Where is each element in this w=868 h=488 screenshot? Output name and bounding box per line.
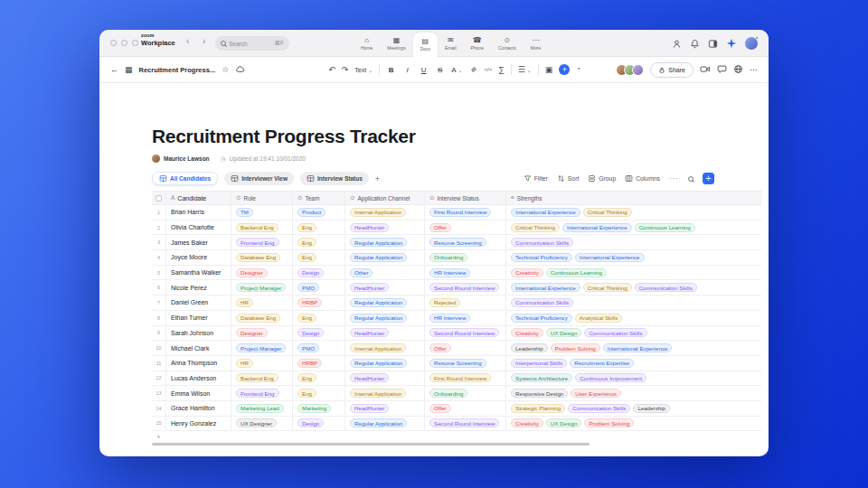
tag-continuous-improvement[interactable]: Continuous Improvement [575,373,646,382]
view-tab-interview-status[interactable]: Interview Status [300,172,369,185]
application-channel-cell[interactable]: HeadHunter [345,401,425,416]
role-cell[interactable]: HR [231,356,293,371]
interview-status-cell[interactable]: First Round Interview [425,205,506,220]
interview-status-cell[interactable]: HR Interview [425,266,506,280]
strengths-cell[interactable]: International ExperienceCritical Thinkin… [506,280,761,295]
globe-icon[interactable] [733,61,743,78]
table-row[interactable]: 12Lucas AndersonBackend EngEngHeadHunter… [152,371,761,387]
tag-first-round-interview[interactable]: First Round Interview [429,208,491,217]
application-channel-cell[interactable]: Regular Application [345,296,425,310]
tag-other[interactable]: Other [350,268,373,277]
candidate-cell[interactable]: Grace Hamilton [166,401,231,416]
tag-project-manager[interactable]: Project Manager [236,283,286,292]
redo-icon[interactable]: ↷ [342,66,349,74]
tag-problem-solving[interactable]: Problem Solving [551,343,600,352]
interview-status-cell[interactable]: First Round Interview [425,371,506,386]
team-cell[interactable]: Eng [293,250,345,265]
candidate-cell[interactable]: Michael Clark [166,341,231,355]
formula-sigma-icon[interactable]: ∑ [498,66,504,74]
add-view-button[interactable]: + [375,174,380,183]
tag-ux-design[interactable]: UX Design [546,418,582,427]
team-cell[interactable]: Eng [293,221,345,235]
strengths-cell[interactable]: Critical ThinkingInternational Experienc… [506,221,761,235]
tag-communication-skills[interactable]: Communication Skills [635,283,697,292]
tag-critical-thinking[interactable]: Critical Thinking [583,208,632,217]
add-record-button[interactable]: + [703,173,714,184]
tag-problem-solving[interactable]: Problem Solving [584,418,634,427]
tag-ux-design[interactable]: UX Design [546,328,582,337]
team-cell[interactable]: Design [293,326,345,341]
tag-second-round-interview[interactable]: Second Round Interview [429,418,499,427]
tag-backend-eng[interactable]: Backend Eng [236,223,278,232]
tag-project-manager[interactable]: Project Manager [236,343,286,352]
tag-regular-application[interactable]: Regular Application [350,359,407,368]
tag-hrbp[interactable]: HRBP [297,298,322,307]
tab-contacts[interactable]: ☺Contacts [491,30,524,57]
strengths-cell[interactable]: Communication Skills [506,296,761,310]
team-cell[interactable]: PMO [293,341,345,355]
application-channel-cell[interactable]: Internal Application [345,205,425,220]
team-cell[interactable]: Eng [293,371,345,386]
tag-communication-skills[interactable]: Communication Skills [584,328,646,337]
role-cell[interactable]: UX Designer [231,417,293,431]
strengths-cell[interactable]: Communication Skills [506,235,761,249]
interview-status-cell[interactable]: Second Round Interview [425,280,506,295]
tag-first-round-interview[interactable]: First Round Interview [429,373,491,382]
tag-eng[interactable]: Eng [297,314,316,323]
select-all-checkbox[interactable] [156,195,162,202]
tag-offer[interactable]: Offer [429,343,451,352]
text-color-button[interactable]: A⌄ [451,66,462,74]
tag-strategic-planning[interactable]: Strategic Planning [511,404,565,413]
columns-button[interactable]: Columns [625,174,660,183]
tag-eng[interactable]: Eng [297,238,316,247]
chat-bubble-icon[interactable] [717,61,727,78]
tag-pmo[interactable]: PMO [297,283,319,292]
team-cell[interactable]: Eng [293,386,345,400]
maximize-button[interactable] [132,40,138,46]
tag-hr[interactable]: HR [236,298,253,307]
tag-design[interactable]: Design [297,328,324,337]
tag-rejected[interactable]: Rejected [429,298,460,307]
candidate-cell[interactable]: Samantha Walker [166,266,231,280]
tag-headhunter[interactable]: HeadHunter [350,283,389,292]
tag-recruitment-expertise[interactable]: Recruitment Expertise [570,359,634,368]
tag-critical-thinking[interactable]: Critical Thinking [511,223,560,232]
tag-regular-application[interactable]: Regular Application [350,298,407,307]
column-header-role[interactable]: ⊙Role [231,192,293,204]
tag-international-experience[interactable]: International Experience [575,253,645,262]
tag-headhunter[interactable]: HeadHunter [350,223,389,232]
application-channel-cell[interactable]: Regular Application [345,235,425,249]
team-cell[interactable]: Product [293,205,345,220]
role-cell[interactable]: Marketing Lead [231,401,293,416]
favorite-star-icon[interactable]: ☆ [222,66,229,74]
tag-resume-screening[interactable]: Resume Screening [429,238,486,247]
table-row[interactable]: 3James BakerFrontend EngEngRegular Appli… [152,235,761,250]
tab-docs[interactable]: ▤Docs [413,33,438,57]
add-row-button[interactable]: + [152,431,761,443]
close-button[interactable] [110,40,117,46]
interview-status-cell[interactable]: Onboarding [425,250,506,265]
candidate-cell[interactable]: Brian Harris [166,205,231,220]
tag-headhunter[interactable]: HeadHunter [350,373,389,382]
tag-hr[interactable]: HR [236,359,253,368]
minimize-button[interactable] [121,40,127,46]
italic-button[interactable]: I [402,66,412,74]
tag-offer[interactable]: Offer [429,404,451,413]
candidate-cell[interactable]: Nicole Perez [166,280,231,295]
tag-tm[interactable]: TM [236,208,253,217]
filter-button[interactable]: Filter [524,174,548,183]
undo-icon[interactable]: ↶ [328,66,335,74]
interview-status-cell[interactable]: Onboarding [425,386,506,400]
tab-email[interactable]: ✉Email [438,30,464,57]
text-style-dropdown[interactable]: Text⌄ [354,67,373,73]
column-header-application-channel[interactable]: ⊙Application Channel [345,192,425,204]
interview-status-cell[interactable]: Offer [425,221,506,235]
table-search-icon[interactable] [688,176,693,182]
table-row[interactable]: 6Nicole PerezProject ManagerPMOHeadHunte… [152,280,761,296]
candidate-cell[interactable]: James Baker [166,235,231,249]
role-cell[interactable]: Frontend Eng [231,386,293,400]
tag-eng[interactable]: Eng [297,373,316,382]
tag-international-experience[interactable]: International Experience [603,343,673,352]
role-cell[interactable]: Designer [231,326,293,341]
interview-status-cell[interactable]: HR Interview [425,311,506,325]
